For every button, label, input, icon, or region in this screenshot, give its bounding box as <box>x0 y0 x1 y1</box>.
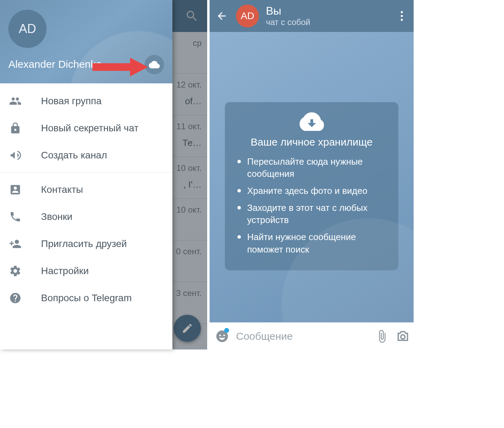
camera-button[interactable] <box>396 328 410 345</box>
chat-body: Ваше личное хранилище Пересылайте сюда н… <box>210 32 414 322</box>
group-icon <box>8 94 22 108</box>
message-input-bar <box>210 322 414 350</box>
menu-item-label: Создать канал <box>41 150 107 161</box>
drawer-menu: Новая группа Новый секретный чат Создать… <box>0 83 172 349</box>
lock-icon <box>8 121 22 135</box>
chat-header: AD Вы чат с собой <box>210 0 414 32</box>
phone-icon <box>8 210 22 224</box>
saved-messages-cloud-button[interactable] <box>145 55 164 74</box>
menu-item-invite[interactable]: Пригласить друзей <box>0 230 172 257</box>
navigation-drawer: AD Alexander Dichenko Новая группа Новый… <box>0 0 172 349</box>
svg-point-1 <box>401 15 403 17</box>
menu-item-label: Вопросы о Telegram <box>41 293 132 304</box>
menu-item-label: Звонки <box>41 211 72 222</box>
info-bullet: Храните здесь фото и видео <box>237 185 390 197</box>
info-bullet: Пересылайте сюда нужные сообщения <box>237 156 390 180</box>
info-bullet-list: Пересылайте сюда нужные сообщения Хранит… <box>233 156 390 256</box>
menu-item-contacts[interactable]: Контакты <box>0 176 172 203</box>
menu-item-label: Новый секретный чат <box>41 123 138 134</box>
menu-item-faq[interactable]: Вопросы о Telegram <box>0 285 172 312</box>
more-button[interactable] <box>395 9 409 23</box>
menu-item-label: Контакты <box>41 184 83 195</box>
emoji-button[interactable] <box>215 328 229 345</box>
notification-dot-icon <box>224 328 229 333</box>
chat-title: Вы <box>266 5 310 17</box>
info-card-title: Ваше личное хранилище <box>233 136 390 148</box>
menu-item-new-channel[interactable]: Создать канал <box>0 142 172 169</box>
svg-point-3 <box>401 335 405 339</box>
chat-avatar[interactable]: AD <box>236 5 259 27</box>
info-bullet: Заходите в этот чат с любых устройств <box>237 202 390 226</box>
svg-point-0 <box>401 11 403 13</box>
menu-item-label: Пригласить друзей <box>41 238 127 249</box>
menu-item-settings[interactable]: Настройки <box>0 257 172 285</box>
attach-button[interactable] <box>375 328 389 345</box>
chat-subtitle: чат с собой <box>266 18 310 27</box>
chat-title-block[interactable]: Вы чат с собой <box>266 5 310 27</box>
menu-item-label: Новая группа <box>41 96 101 107</box>
gear-icon <box>8 264 22 278</box>
megaphone-icon <box>8 148 22 162</box>
back-button[interactable] <box>214 9 229 23</box>
cloud-download-icon <box>233 110 390 133</box>
contact-icon <box>8 183 22 197</box>
person-add-icon <box>8 237 22 251</box>
menu-item-label: Настройки <box>41 265 89 277</box>
annotation-arrow-icon <box>92 58 148 76</box>
drawer-header: AD Alexander Dichenko <box>0 0 172 83</box>
right-panel: AD Вы чат с собой Ваше личное хранилище … <box>210 0 414 350</box>
user-name: Alexander Dichenko <box>8 58 102 70</box>
message-input[interactable] <box>236 330 368 342</box>
menu-item-new-group[interactable]: Новая группа <box>0 88 172 115</box>
menu-item-secret-chat[interactable]: Новый секретный чат <box>0 115 172 142</box>
info-bullet: Найти нужное сообщение поможет поиск <box>237 231 390 255</box>
svg-point-2 <box>401 19 403 21</box>
menu-item-calls[interactable]: Звонки <box>0 203 172 230</box>
help-icon <box>8 291 22 305</box>
divider <box>0 172 172 173</box>
left-panel: ср 12 окт.of… 11 окт.Те… 10 окт., I'… 10… <box>0 0 207 349</box>
saved-messages-info-card: Ваше личное хранилище Пересылайте сюда н… <box>225 102 398 270</box>
user-avatar[interactable]: AD <box>8 10 47 48</box>
